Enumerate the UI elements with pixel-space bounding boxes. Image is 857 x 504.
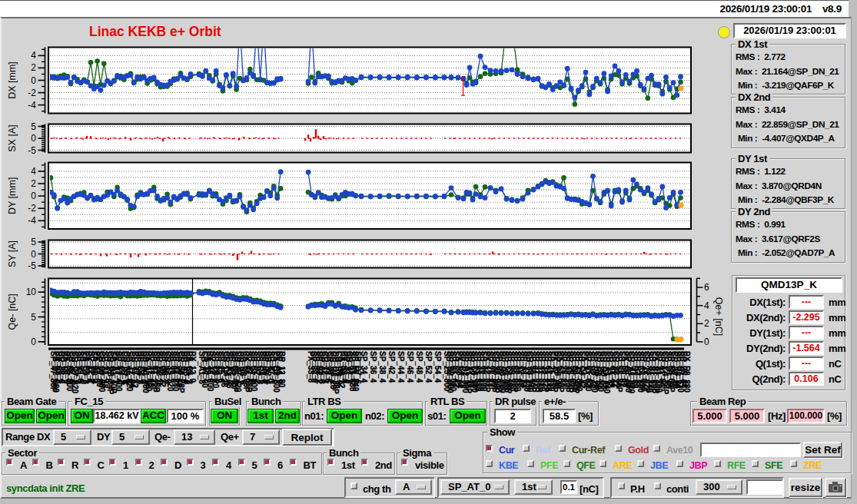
svg-text:2: 2 (31, 62, 36, 73)
svg-text:5: 5 (31, 312, 36, 323)
svg-text:4: 4 (31, 50, 36, 61)
svg-text:0: 0 (31, 337, 36, 347)
svg-text:SP_38_4: SP_38_4 (378, 351, 387, 383)
svg-text:-2: -2 (28, 203, 36, 214)
svg-text:10: 10 (26, 287, 37, 297)
svg-text:SP_34_4: SP_34_4 (360, 351, 368, 383)
svg-text:6: 6 (704, 282, 709, 293)
svg-text:PX_R8_880: PX_R8_880 (683, 351, 691, 393)
svg-text:SY [A]: SY [A] (7, 240, 18, 267)
svg-text:2: 2 (31, 178, 36, 189)
svg-text:-5: -5 (28, 145, 36, 156)
svg-text:2: 2 (704, 318, 709, 329)
svg-text:4: 4 (704, 300, 709, 311)
svg-text:SP_52_4: SP_52_4 (424, 351, 433, 383)
svg-text:SP_44_4: SP_44_4 (397, 351, 405, 383)
svg-text:-4: -4 (28, 215, 36, 226)
svg-text:0: 0 (704, 337, 709, 347)
svg-text:DY [mm]: DY [mm] (7, 177, 18, 214)
svg-text:Qe+ [nC]: Qe+ [nC] (713, 297, 724, 336)
svg-text:5: 5 (31, 237, 36, 247)
svg-text:SP_54_4: SP_54_4 (433, 351, 442, 383)
svg-text:5: 5 (31, 121, 36, 132)
svg-text:-2: -2 (28, 88, 36, 98)
svg-text:4: 4 (31, 166, 36, 177)
svg-text:0: 0 (31, 75, 36, 86)
svg-text:-5: -5 (28, 260, 36, 271)
svg-text:SP_48_4: SP_48_4 (415, 351, 424, 383)
svg-text:DX [mm]: DX [mm] (7, 61, 18, 99)
svg-text:Qe- [nC]: Qe- [nC] (7, 293, 18, 330)
svg-text:BP_12_80: BP_12_80 (277, 351, 286, 388)
svg-text:-4: -4 (28, 100, 36, 111)
svg-text:0: 0 (31, 191, 36, 201)
svg-text:SP_42_4: SP_42_4 (387, 351, 396, 383)
svg-text:0: 0 (31, 249, 36, 260)
svg-text:SX [A]: SX [A] (7, 124, 18, 151)
svg-text:0: 0 (31, 133, 36, 144)
svg-text:SP_46_4: SP_46_4 (406, 351, 414, 383)
svg-text:PX_12_0: PX_12_0 (188, 351, 197, 383)
svg-text:SP_36_4: SP_36_4 (369, 351, 377, 383)
